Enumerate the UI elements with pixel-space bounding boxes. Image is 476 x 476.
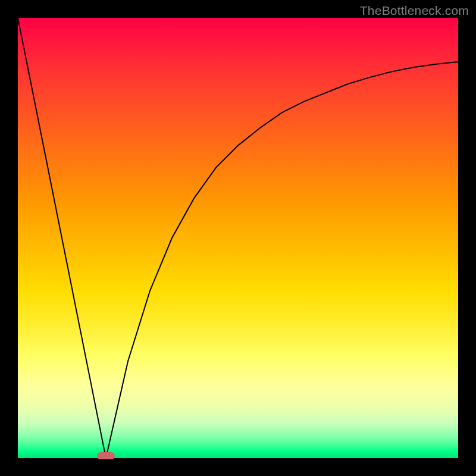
watermark-text: TheBottleneck.com <box>360 4 469 18</box>
curve-svg <box>18 18 458 458</box>
plot-area <box>18 18 458 458</box>
curve-left-segment <box>18 18 106 458</box>
chart-frame: TheBottleneck.com <box>0 0 476 476</box>
optimal-marker <box>97 452 115 459</box>
curve-right-segment <box>106 62 458 458</box>
